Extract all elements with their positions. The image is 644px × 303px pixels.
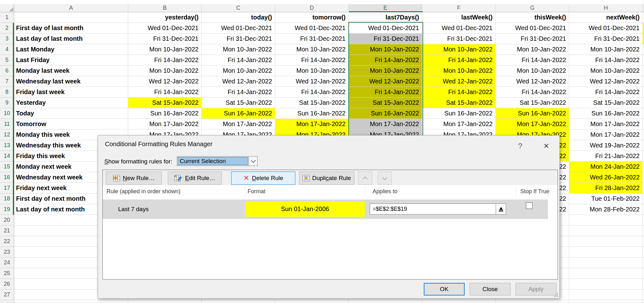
duplicate-rule-button[interactable]: Duplicate Rule	[299, 172, 354, 185]
cell-B8[interactable]: Fri 14-Jan-2022	[128, 87, 202, 98]
cell-A2[interactable]: First day of last month	[14, 23, 128, 34]
cell-H5[interactable]: Fri 14-Jan-2022	[569, 55, 643, 66]
column-header-F[interactable]: F	[422, 4, 496, 12]
cell-E8[interactable]: Fri 14-Jan-2022	[349, 87, 422, 98]
edit-rule-button[interactable]: Edit Rule…	[168, 172, 222, 185]
column-header-D[interactable]: D	[275, 4, 349, 12]
cell-A8[interactable]: Friday last week	[14, 87, 128, 98]
row-header-12[interactable]: 12	[0, 130, 14, 140]
cell-H10[interactable]: Sun 16-Jan-2022	[569, 108, 643, 119]
cell-D11[interactable]: Mon 17-Jan-2022	[275, 119, 349, 130]
cell-D5[interactable]: Fri 14-Jan-2022	[275, 55, 349, 66]
cell-A4[interactable]: Last Monday	[14, 44, 128, 55]
column-header-A[interactable]: A	[14, 4, 128, 12]
cell-H23[interactable]	[569, 247, 643, 258]
row-header-23[interactable]: 23	[0, 247, 14, 258]
new-rule-button[interactable]: New Rule…	[106, 172, 162, 185]
cell-B10[interactable]: Sun 16-Jan-2022	[128, 108, 202, 119]
cell-H9[interactable]: Sat 15-Jan-2022	[569, 98, 643, 108]
row-header-3[interactable]: 3	[0, 34, 14, 44]
column-header-B[interactable]: B	[128, 4, 202, 12]
cell-H18[interactable]: Tue 01-Feb-2022	[569, 194, 643, 204]
cell-B28[interactable]	[128, 300, 202, 303]
row-header-22[interactable]: 22	[0, 236, 14, 247]
cell-E10[interactable]: Sun 16-Jan-2022	[349, 108, 422, 119]
row-header-11[interactable]: 11	[0, 119, 14, 130]
cell-H15[interactable]: Mon 24-Jan-2022	[569, 162, 643, 172]
cell-A6[interactable]: Monday last week	[14, 66, 128, 76]
cell-G9[interactable]: Sat 15-Jan-2022	[496, 98, 569, 108]
row-header-6[interactable]: 6	[0, 66, 14, 76]
cell-D9[interactable]: Sat 15-Jan-2022	[275, 98, 349, 108]
cell-G3[interactable]: Fri 31-Dec-2021	[496, 34, 569, 44]
cell-E4[interactable]: Mon 10-Jan-2022	[349, 44, 422, 55]
cell-D6[interactable]: Mon 10-Jan-2022	[275, 66, 349, 76]
cell-H4[interactable]: Mon 10-Jan-2022	[569, 44, 643, 55]
cell-H19[interactable]: Mon 28-Feb-2022	[569, 204, 643, 215]
cell-H14[interactable]: Fri 21-Jan-2022	[569, 151, 643, 162]
cell-B2[interactable]: Wed 01-Dec-2021	[128, 23, 202, 34]
cell-C1[interactable]: today()	[202, 12, 275, 23]
cell-E2[interactable]: Wed 01-Dec-2021	[349, 23, 422, 34]
cell-E11[interactable]: Mon 17-Jan-2022	[349, 119, 422, 130]
cell-C2[interactable]: Wed 01-Dec-2021	[202, 23, 275, 34]
cell-C5[interactable]: Fri 14-Jan-2022	[202, 55, 275, 66]
cell-B3[interactable]: Fri 31-Dec-2021	[128, 34, 202, 44]
cell-H17[interactable]: Fri 28-Jan-2022	[569, 183, 643, 194]
cell-E6[interactable]: Mon 10-Jan-2022	[349, 66, 422, 76]
row-header-4[interactable]: 4	[0, 44, 14, 55]
cell-F1[interactable]: lastWeek()	[422, 12, 496, 23]
cell-D8[interactable]: Fri 14-Jan-2022	[275, 87, 349, 98]
cell-G6[interactable]: Mon 10-Jan-2022	[496, 66, 569, 76]
row-header-7[interactable]: 7	[0, 76, 14, 87]
move-rule-up-button[interactable]	[358, 172, 372, 185]
row-header-17[interactable]: 17	[0, 183, 14, 194]
cell-D3[interactable]: Fri 31-Dec-2021	[275, 34, 349, 44]
cell-H6[interactable]: Mon 10-Jan-2022	[569, 66, 643, 76]
cell-H8[interactable]: Fri 14-Jan-2022	[569, 87, 643, 98]
resize-grip[interactable]	[553, 292, 558, 297]
row-header-13[interactable]: 13	[0, 140, 14, 151]
cell-H7[interactable]: Wed 12-Jan-2022	[569, 76, 643, 87]
cell-G10[interactable]: Sun 16-Jan-2022	[496, 108, 569, 119]
cell-F5[interactable]: Fri 14-Jan-2022	[422, 55, 496, 66]
cell-C7[interactable]: Wed 12-Jan-2022	[202, 76, 275, 87]
cell-E7[interactable]: Wed 12-Jan-2022	[349, 76, 422, 87]
cell-G4[interactable]: Mon 10-Jan-2022	[496, 44, 569, 55]
row-header-18[interactable]: 18	[0, 194, 14, 204]
row-header-20[interactable]: 20	[0, 215, 14, 226]
cell-F6[interactable]: Mon 10-Jan-2022	[422, 66, 496, 76]
row-header-9[interactable]: 9	[0, 98, 14, 108]
apply-button[interactable]: Apply	[516, 283, 556, 295]
cell-B4[interactable]: Mon 10-Jan-2022	[128, 44, 202, 55]
cell-A9[interactable]: Yesterday	[14, 98, 128, 108]
cell-E3[interactable]: Fri 31-Dec-2021	[349, 34, 422, 44]
cell-G2[interactable]: Wed 01-Dec-2021	[496, 23, 569, 34]
rule-list-item[interactable]: Last 7 days Sun 01-Jan-2006	[103, 199, 548, 219]
cell-D10[interactable]: Sun 16-Jan-2022	[275, 108, 349, 119]
cell-C3[interactable]: Fri 31-Dec-2021	[202, 34, 275, 44]
cell-H21[interactable]	[569, 226, 643, 236]
cell-H12[interactable]: Mon 17-Jan-2022	[569, 130, 643, 140]
cell-F9[interactable]: Sat 15-Jan-2022	[422, 98, 496, 108]
cell-B11[interactable]: Mon 17-Jan-2022	[128, 119, 202, 130]
row-header-28[interactable]	[0, 300, 14, 303]
cell-H26[interactable]	[569, 279, 643, 290]
row-header-14[interactable]: 14	[0, 151, 14, 162]
cell-E9[interactable]: Sat 15-Jan-2022	[349, 98, 422, 108]
cell-F10[interactable]: Sun 16-Jan-2022	[422, 108, 496, 119]
row-header-26[interactable]: 26	[0, 279, 14, 290]
cell-E5[interactable]: Fri 14-Jan-2022	[349, 55, 422, 66]
cell-C10[interactable]: Sun 16-Jan-2022	[202, 108, 275, 119]
cell-H3[interactable]: Fri 31-Dec-2021	[569, 34, 643, 44]
cell-G1[interactable]: thisWeek()	[496, 12, 569, 23]
cell-D2[interactable]: Wed 01-Dec-2021	[275, 23, 349, 34]
row-header-2[interactable]: 2	[0, 23, 14, 34]
cell-A11[interactable]: Tomorrow	[14, 119, 128, 130]
scope-dropdown-value[interactable]: Current Selection	[177, 157, 248, 165]
row-header-25[interactable]: 25	[0, 268, 14, 279]
cell-F7[interactable]: Wed 12-Jan-2022	[422, 76, 496, 87]
row-header-24[interactable]: 24	[0, 258, 14, 268]
cell-H25[interactable]	[569, 268, 643, 279]
cell-F3[interactable]: Fri 31-Dec-2021	[422, 34, 496, 44]
